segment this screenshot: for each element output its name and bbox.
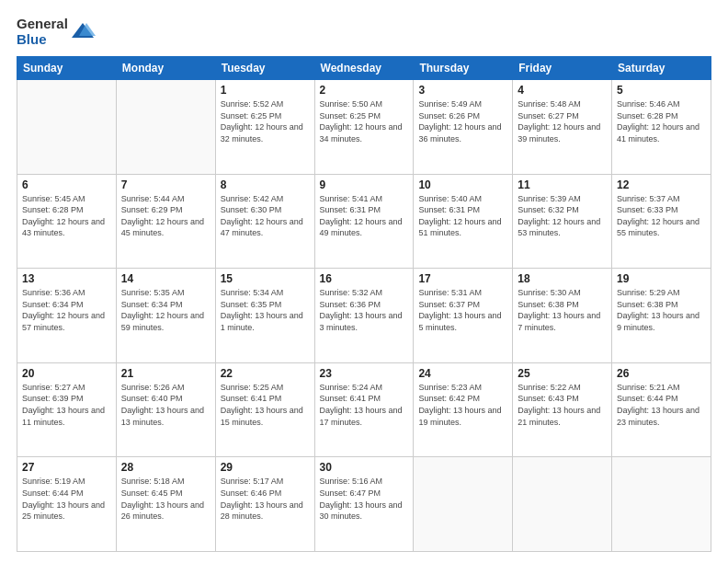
day-info: Sunrise: 5:25 AM Sunset: 6:41 PM Dayligh…	[221, 382, 310, 428]
calendar-cell: 11Sunrise: 5:39 AM Sunset: 6:32 PM Dayli…	[513, 174, 612, 269]
day-number: 9	[320, 178, 409, 191]
day-number: 4	[518, 84, 607, 97]
day-number: 11	[518, 178, 607, 191]
day-number: 28	[121, 461, 210, 474]
day-number: 18	[518, 272, 607, 285]
day-number: 21	[121, 367, 210, 380]
day-info: Sunrise: 5:32 AM Sunset: 6:36 PM Dayligh…	[320, 287, 409, 333]
day-info: Sunrise: 5:27 AM Sunset: 6:39 PM Dayligh…	[22, 382, 111, 428]
calendar-cell: 23Sunrise: 5:24 AM Sunset: 6:41 PM Dayli…	[314, 362, 414, 457]
day-number: 19	[617, 272, 706, 285]
day-info: Sunrise: 5:31 AM Sunset: 6:37 PM Dayligh…	[418, 287, 507, 333]
day-info: Sunrise: 5:39 AM Sunset: 6:32 PM Dayligh…	[518, 193, 607, 239]
day-info: Sunrise: 5:44 AM Sunset: 6:29 PM Dayligh…	[121, 193, 210, 239]
calendar-cell: 27Sunrise: 5:19 AM Sunset: 6:44 PM Dayli…	[17, 457, 117, 552]
calendar-cell	[414, 457, 513, 552]
day-info: Sunrise: 5:34 AM Sunset: 6:35 PM Dayligh…	[221, 287, 310, 333]
day-info: Sunrise: 5:35 AM Sunset: 6:34 PM Dayligh…	[121, 287, 210, 333]
calendar-cell	[612, 457, 711, 552]
day-number: 15	[221, 272, 310, 285]
calendar-cell: 14Sunrise: 5:35 AM Sunset: 6:34 PM Dayli…	[116, 269, 215, 363]
day-info: Sunrise: 5:37 AM Sunset: 6:33 PM Dayligh…	[617, 193, 706, 239]
weekday-sunday: Sunday	[17, 57, 117, 80]
week-row-1: 1Sunrise: 5:52 AM Sunset: 6:25 PM Daylig…	[17, 80, 711, 175]
day-info: Sunrise: 5:52 AM Sunset: 6:25 PM Dayligh…	[221, 98, 310, 144]
day-info: Sunrise: 5:41 AM Sunset: 6:31 PM Dayligh…	[320, 193, 409, 239]
day-info: Sunrise: 5:30 AM Sunset: 6:38 PM Dayligh…	[518, 287, 607, 333]
day-number: 22	[221, 367, 310, 380]
calendar-body: 1Sunrise: 5:52 AM Sunset: 6:25 PM Daylig…	[17, 80, 711, 552]
logo-text: General Blue	[17, 17, 96, 47]
day-number: 17	[418, 272, 507, 285]
weekday-saturday: Saturday	[612, 57, 711, 80]
day-number: 8	[221, 178, 310, 191]
week-row-2: 6Sunrise: 5:45 AM Sunset: 6:28 PM Daylig…	[17, 174, 711, 269]
day-number: 12	[617, 178, 706, 191]
day-info: Sunrise: 5:45 AM Sunset: 6:28 PM Dayligh…	[22, 193, 111, 239]
logo: General Blue	[17, 17, 96, 47]
day-number: 23	[320, 367, 409, 380]
day-number: 10	[418, 178, 507, 191]
calendar-cell: 13Sunrise: 5:36 AM Sunset: 6:34 PM Dayli…	[17, 269, 117, 363]
day-info: Sunrise: 5:26 AM Sunset: 6:40 PM Dayligh…	[121, 382, 210, 428]
calendar-cell: 5Sunrise: 5:46 AM Sunset: 6:28 PM Daylig…	[612, 80, 711, 175]
calendar-cell: 2Sunrise: 5:50 AM Sunset: 6:25 PM Daylig…	[314, 80, 414, 175]
weekday-monday: Monday	[116, 57, 215, 80]
day-info: Sunrise: 5:21 AM Sunset: 6:44 PM Dayligh…	[617, 382, 706, 428]
header: General Blue	[17, 17, 711, 47]
day-number: 30	[320, 461, 409, 474]
calendar-cell: 26Sunrise: 5:21 AM Sunset: 6:44 PM Dayli…	[612, 362, 711, 457]
weekday-thursday: Thursday	[414, 57, 513, 80]
day-number: 24	[418, 367, 507, 380]
day-number: 7	[121, 178, 210, 191]
calendar-cell: 22Sunrise: 5:25 AM Sunset: 6:41 PM Dayli…	[215, 362, 314, 457]
calendar-cell	[17, 80, 117, 175]
calendar-cell: 4Sunrise: 5:48 AM Sunset: 6:27 PM Daylig…	[513, 80, 612, 175]
day-number: 20	[22, 367, 111, 380]
day-number: 13	[22, 272, 111, 285]
day-number: 27	[22, 461, 111, 474]
calendar-cell: 16Sunrise: 5:32 AM Sunset: 6:36 PM Dayli…	[314, 269, 414, 363]
calendar-table: SundayMondayTuesdayWednesdayThursdayFrid…	[17, 56, 711, 552]
weekday-tuesday: Tuesday	[215, 57, 314, 80]
calendar-cell: 20Sunrise: 5:27 AM Sunset: 6:39 PM Dayli…	[17, 362, 117, 457]
day-info: Sunrise: 5:17 AM Sunset: 6:46 PM Dayligh…	[221, 476, 310, 522]
calendar-cell: 6Sunrise: 5:45 AM Sunset: 6:28 PM Daylig…	[17, 174, 117, 269]
weekday-friday: Friday	[513, 57, 612, 80]
day-info: Sunrise: 5:16 AM Sunset: 6:47 PM Dayligh…	[320, 476, 409, 522]
calendar-cell	[513, 457, 612, 552]
calendar-cell: 29Sunrise: 5:17 AM Sunset: 6:46 PM Dayli…	[215, 457, 314, 552]
weekday-header-row: SundayMondayTuesdayWednesdayThursdayFrid…	[17, 57, 711, 80]
day-number: 25	[518, 367, 607, 380]
calendar-page: General Blue SundayMondayTuesdayWednesda…	[0, 0, 728, 563]
day-info: Sunrise: 5:40 AM Sunset: 6:31 PM Dayligh…	[418, 193, 507, 239]
day-info: Sunrise: 5:19 AM Sunset: 6:44 PM Dayligh…	[22, 476, 111, 522]
day-number: 29	[221, 461, 310, 474]
weekday-wednesday: Wednesday	[314, 57, 414, 80]
calendar-cell: 10Sunrise: 5:40 AM Sunset: 6:31 PM Dayli…	[414, 174, 513, 269]
day-number: 1	[221, 84, 310, 97]
calendar-cell: 9Sunrise: 5:41 AM Sunset: 6:31 PM Daylig…	[314, 174, 414, 269]
day-info: Sunrise: 5:42 AM Sunset: 6:30 PM Dayligh…	[221, 193, 310, 239]
calendar-cell: 7Sunrise: 5:44 AM Sunset: 6:29 PM Daylig…	[116, 174, 215, 269]
calendar-cell: 15Sunrise: 5:34 AM Sunset: 6:35 PM Dayli…	[215, 269, 314, 363]
calendar-cell: 21Sunrise: 5:26 AM Sunset: 6:40 PM Dayli…	[116, 362, 215, 457]
day-info: Sunrise: 5:24 AM Sunset: 6:41 PM Dayligh…	[320, 382, 409, 428]
day-number: 26	[617, 367, 706, 380]
calendar-cell	[116, 80, 215, 175]
day-number: 3	[418, 84, 507, 97]
calendar-cell: 17Sunrise: 5:31 AM Sunset: 6:37 PM Dayli…	[414, 269, 513, 363]
calendar-cell: 30Sunrise: 5:16 AM Sunset: 6:47 PM Dayli…	[314, 457, 414, 552]
calendar-cell: 28Sunrise: 5:18 AM Sunset: 6:45 PM Dayli…	[116, 457, 215, 552]
day-number: 5	[617, 84, 706, 97]
calendar-cell: 3Sunrise: 5:49 AM Sunset: 6:26 PM Daylig…	[414, 80, 513, 175]
day-info: Sunrise: 5:49 AM Sunset: 6:26 PM Dayligh…	[418, 98, 507, 144]
day-number: 6	[22, 178, 111, 191]
calendar-cell: 12Sunrise: 5:37 AM Sunset: 6:33 PM Dayli…	[612, 174, 711, 269]
week-row-3: 13Sunrise: 5:36 AM Sunset: 6:34 PM Dayli…	[17, 269, 711, 363]
day-info: Sunrise: 5:29 AM Sunset: 6:38 PM Dayligh…	[617, 287, 706, 333]
day-info: Sunrise: 5:22 AM Sunset: 6:43 PM Dayligh…	[518, 382, 607, 428]
calendar-cell: 19Sunrise: 5:29 AM Sunset: 6:38 PM Dayli…	[612, 269, 711, 363]
day-info: Sunrise: 5:48 AM Sunset: 6:27 PM Dayligh…	[518, 98, 607, 144]
calendar-cell: 25Sunrise: 5:22 AM Sunset: 6:43 PM Dayli…	[513, 362, 612, 457]
